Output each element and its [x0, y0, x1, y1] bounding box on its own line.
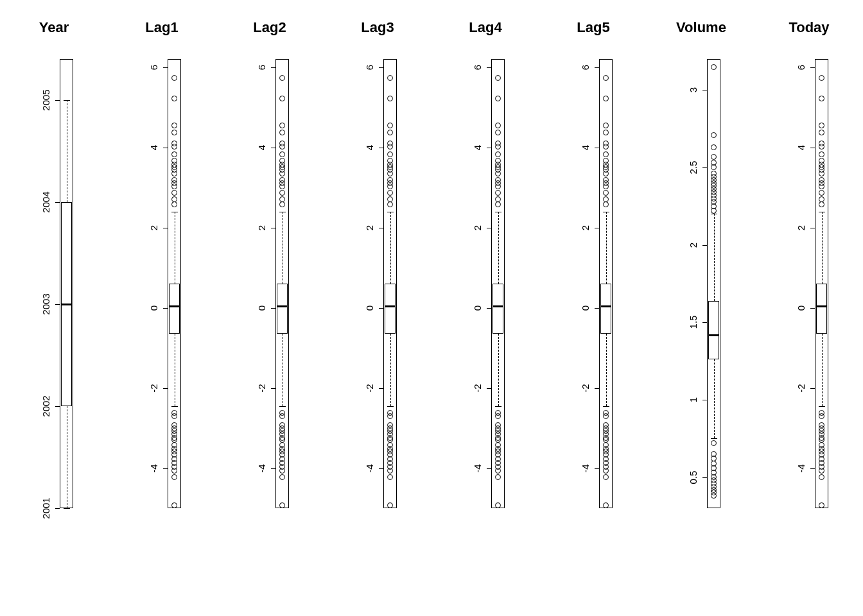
boxplot-outlier — [171, 171, 177, 176]
boxplot-lower-whisker — [175, 334, 175, 406]
panel-title: Volume — [647, 19, 755, 36]
boxplot-outlier — [495, 123, 501, 128]
boxplot-box — [816, 284, 827, 334]
axis-tick-mark — [271, 228, 275, 228]
axis-tick-mark — [487, 308, 491, 309]
axis-tick-label: 2004 — [40, 188, 51, 216]
boxplot-outlier — [279, 190, 285, 196]
boxplot-outlier — [171, 190, 177, 196]
boxplot-box — [385, 284, 396, 334]
panel-title: Today — [755, 19, 863, 36]
boxplot-upper-whisker — [498, 212, 499, 284]
axis-tick-mark — [810, 388, 815, 389]
chart-stage: Year20012002200320042005Lag1-4-20246Lag2… — [0, 0, 863, 616]
boxplot-outlier — [279, 75, 285, 81]
boxplot-outlier — [279, 502, 285, 508]
axis-tick-mark — [702, 167, 707, 168]
axis-tick-mark — [55, 100, 60, 101]
boxplot-upper-whisker — [390, 212, 391, 284]
axis-tick-label: 0 — [580, 294, 590, 322]
boxplot-upper-whisker — [283, 212, 283, 284]
axis-tick-label: 6 — [472, 53, 482, 81]
boxplot-lower-whisker — [606, 334, 607, 406]
boxplot-whisker-cap — [603, 406, 609, 407]
boxplot-panel: Lag2-4-20246 — [216, 19, 324, 558]
boxplot-median — [385, 305, 396, 307]
boxplot-outlier — [819, 190, 824, 196]
boxplot-outlier — [711, 208, 717, 214]
axis-tick-label: -2 — [364, 374, 374, 402]
axis-tick-mark — [810, 468, 815, 469]
axis-tick-label: 0 — [472, 294, 482, 322]
boxplot-lower-whisker — [498, 334, 499, 406]
axis-tick-label: -4 — [364, 454, 374, 483]
axis-tick-label: 2002 — [40, 392, 51, 420]
boxplot-outlier — [603, 130, 609, 135]
axis-tick-label: 6 — [796, 53, 806, 81]
boxplot-whisker-cap — [819, 406, 825, 407]
boxplot-outlier — [819, 123, 824, 128]
panel-title: Lag4 — [432, 19, 539, 36]
axis-tick-label: 3 — [688, 76, 698, 104]
boxplot-outlier — [819, 474, 824, 480]
boxplot-outlier — [387, 130, 393, 135]
boxplot-outlier — [387, 190, 393, 196]
boxplot-outlier — [387, 75, 393, 81]
axis-tick-mark — [810, 67, 815, 68]
boxplot-outlier — [387, 171, 393, 176]
boxplot-whisker-cap — [387, 212, 394, 212]
axis-tick-mark — [487, 468, 491, 469]
axis-tick-label: 6 — [256, 53, 266, 81]
axis-tick-mark — [271, 308, 275, 309]
axis-tick-mark — [487, 388, 491, 389]
axis-tick-label: 2 — [148, 214, 159, 242]
boxplot-box — [277, 284, 288, 334]
axis-tick-label: -2 — [796, 374, 806, 402]
axis-tick-label: 2 — [580, 214, 590, 242]
axis-tick-label: 1.5 — [688, 308, 698, 336]
axis-tick-label: -2 — [148, 374, 159, 402]
axis-tick-mark — [595, 228, 599, 228]
boxplot-outlier — [603, 190, 609, 196]
axis-tick-mark — [163, 67, 168, 68]
boxplot-lower-whisker — [822, 334, 823, 406]
boxplot-panel: Year20012002200320042005 — [0, 19, 108, 558]
boxplot-upper-whisker — [822, 212, 823, 284]
axis-tick-mark — [810, 308, 815, 309]
boxplot-outlier — [495, 502, 501, 508]
axis-tick-mark — [702, 90, 707, 90]
axis-tick-label: 2 — [688, 231, 698, 259]
boxplot-panel: Today-4-20246 — [755, 19, 863, 558]
axis-tick-label: -4 — [256, 454, 266, 483]
axis-tick-mark — [163, 148, 168, 148]
axis-tick-mark — [163, 468, 168, 469]
axis-tick-label: 6 — [148, 53, 159, 81]
boxplot-outlier — [819, 171, 824, 176]
axis-tick-label: 4 — [796, 133, 806, 162]
axis-tick-mark — [810, 148, 815, 148]
boxplot-upper-whisker — [175, 212, 175, 284]
boxplot-median — [169, 305, 180, 307]
boxplot-panel: Volume0.511.522.53 — [647, 19, 755, 558]
boxplot-outlier — [495, 171, 501, 176]
axis-tick-mark — [702, 477, 707, 478]
boxplot-whisker-cap — [64, 508, 70, 509]
boxplot-outlier — [171, 474, 177, 480]
axis-tick-mark — [55, 406, 60, 407]
boxplot-lower-whisker — [714, 359, 715, 438]
axis-tick-label: 4 — [256, 133, 266, 162]
boxplot-outlier — [603, 171, 609, 176]
boxplot-outlier — [495, 190, 501, 196]
axis-tick-mark — [595, 468, 599, 469]
axis-tick-mark — [487, 148, 491, 148]
boxplot-outlier — [171, 75, 177, 81]
axis-tick-mark — [487, 67, 491, 68]
axis-tick-mark — [379, 228, 383, 228]
boxplot-outlier — [495, 75, 501, 81]
boxplot-panel: Lag1-4-20246 — [108, 19, 216, 558]
axis-tick-label: 2 — [364, 214, 374, 242]
boxplot-median — [61, 304, 72, 305]
axis-tick-mark — [163, 228, 168, 228]
axis-tick-mark — [55, 202, 60, 203]
boxplot-outlier — [603, 474, 609, 480]
